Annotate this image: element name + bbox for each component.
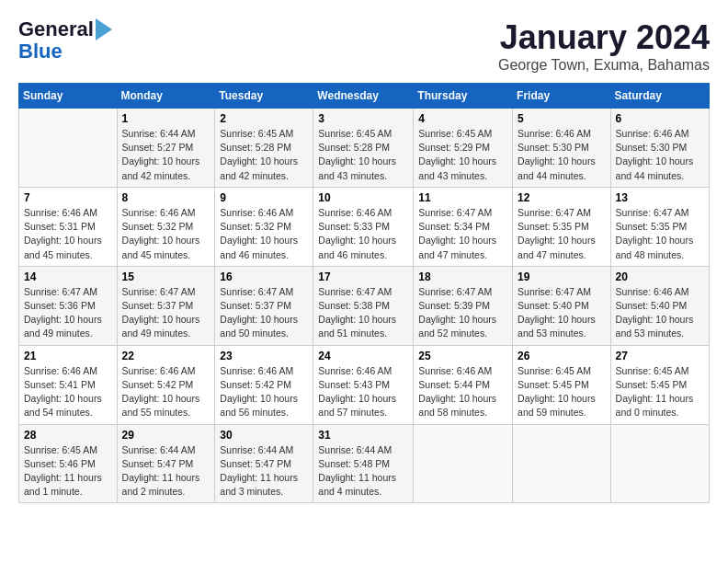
calendar-cell: 20Sunrise: 6:46 AMSunset: 5:40 PMDayligh… <box>610 266 709 345</box>
calendar-cell: 18Sunrise: 6:47 AMSunset: 5:39 PMDayligh… <box>414 266 513 345</box>
location: George Town, Exuma, Bahamas <box>498 57 710 74</box>
page-header: General Blue January 2024 George Town, E… <box>18 18 710 74</box>
calendar-cell: 8Sunrise: 6:46 AMSunset: 5:32 PMDaylight… <box>117 187 215 266</box>
day-info: Sunrise: 6:46 AMSunset: 5:31 PMDaylight:… <box>24 206 112 262</box>
calendar-cell: 21Sunrise: 6:46 AMSunset: 5:41 PMDayligh… <box>19 345 118 424</box>
month-title: January 2024 <box>498 18 710 57</box>
day-info: Sunrise: 6:44 AMSunset: 5:48 PMDaylight:… <box>318 443 408 500</box>
calendar-week-row: 1Sunrise: 6:44 AMSunset: 5:27 PMDaylight… <box>19 109 710 188</box>
day-number: 11 <box>418 191 507 204</box>
day-number: 16 <box>220 270 308 283</box>
day-info: Sunrise: 6:47 AMSunset: 5:37 PMDaylight:… <box>220 285 308 341</box>
day-of-week-header: Friday <box>513 84 611 109</box>
day-info: Sunrise: 6:46 AMSunset: 5:41 PMDaylight:… <box>24 364 112 420</box>
logo: General Blue <box>18 18 112 63</box>
day-number: 31 <box>318 429 408 442</box>
day-number: 4 <box>418 112 507 125</box>
calendar-cell: 30Sunrise: 6:44 AMSunset: 5:47 PMDayligh… <box>215 424 313 503</box>
day-of-week-header: Saturday <box>610 84 709 109</box>
day-info: Sunrise: 6:44 AMSunset: 5:47 PMDaylight:… <box>220 443 308 500</box>
day-info: Sunrise: 6:46 AMSunset: 5:42 PMDaylight:… <box>220 364 308 420</box>
day-number: 25 <box>418 350 507 362</box>
calendar-week-row: 28Sunrise: 6:45 AMSunset: 5:46 PMDayligh… <box>19 424 710 503</box>
day-number: 5 <box>518 112 606 125</box>
calendar-cell: 19Sunrise: 6:47 AMSunset: 5:40 PMDayligh… <box>513 266 611 345</box>
calendar-cell: 1Sunrise: 6:44 AMSunset: 5:27 PMDaylight… <box>117 109 215 188</box>
calendar-cell: 9Sunrise: 6:46 AMSunset: 5:32 PMDaylight… <box>215 187 313 266</box>
day-info: Sunrise: 6:44 AMSunset: 5:27 PMDaylight:… <box>122 127 210 183</box>
day-number: 8 <box>122 191 210 204</box>
day-info: Sunrise: 6:45 AMSunset: 5:46 PMDaylight:… <box>24 443 112 500</box>
calendar-cell: 24Sunrise: 6:46 AMSunset: 5:43 PMDayligh… <box>313 345 414 424</box>
day-number: 22 <box>122 350 210 362</box>
day-info: Sunrise: 6:47 AMSunset: 5:37 PMDaylight:… <box>122 285 210 341</box>
day-number: 14 <box>24 270 112 283</box>
day-number: 7 <box>24 191 112 204</box>
day-number: 3 <box>318 112 408 125</box>
day-number: 24 <box>318 350 408 362</box>
day-info: Sunrise: 6:46 AMSunset: 5:44 PMDaylight:… <box>418 364 507 420</box>
day-number: 2 <box>220 112 308 125</box>
logo-general: General <box>18 18 94 40</box>
calendar-cell: 22Sunrise: 6:46 AMSunset: 5:42 PMDayligh… <box>117 345 215 424</box>
day-info: Sunrise: 6:46 AMSunset: 5:30 PMDaylight:… <box>518 127 606 183</box>
calendar-cell: 17Sunrise: 6:47 AMSunset: 5:38 PMDayligh… <box>313 266 414 345</box>
day-number: 30 <box>220 429 308 442</box>
calendar-week-row: 21Sunrise: 6:46 AMSunset: 5:41 PMDayligh… <box>19 345 710 424</box>
day-of-week-header: Tuesday <box>215 84 313 109</box>
calendar-table: SundayMondayTuesdayWednesdayThursdayFrid… <box>18 83 710 503</box>
calendar-week-row: 7Sunrise: 6:46 AMSunset: 5:31 PMDaylight… <box>19 187 710 266</box>
calendar-header-row: SundayMondayTuesdayWednesdayThursdayFrid… <box>19 84 710 109</box>
day-info: Sunrise: 6:46 AMSunset: 5:40 PMDaylight:… <box>616 285 704 341</box>
day-info: Sunrise: 6:45 AMSunset: 5:45 PMDaylight:… <box>518 364 606 420</box>
logo-arrow-icon <box>96 18 112 40</box>
calendar-cell: 29Sunrise: 6:44 AMSunset: 5:47 PMDayligh… <box>117 424 215 503</box>
calendar-cell: 6Sunrise: 6:46 AMSunset: 5:30 PMDaylight… <box>610 109 709 188</box>
day-number: 10 <box>318 191 408 204</box>
calendar-cell: 15Sunrise: 6:47 AMSunset: 5:37 PMDayligh… <box>117 266 215 345</box>
calendar-cell <box>610 424 709 503</box>
calendar-cell <box>19 109 118 188</box>
calendar-cell: 27Sunrise: 6:45 AMSunset: 5:45 PMDayligh… <box>610 345 709 424</box>
day-info: Sunrise: 6:45 AMSunset: 5:28 PMDaylight:… <box>220 127 308 183</box>
day-info: Sunrise: 6:47 AMSunset: 5:39 PMDaylight:… <box>418 285 507 341</box>
calendar-cell: 3Sunrise: 6:45 AMSunset: 5:28 PMDaylight… <box>313 109 414 188</box>
calendar-cell: 10Sunrise: 6:46 AMSunset: 5:33 PMDayligh… <box>313 187 414 266</box>
day-info: Sunrise: 6:46 AMSunset: 5:30 PMDaylight:… <box>616 127 704 183</box>
day-of-week-header: Wednesday <box>313 84 414 109</box>
day-info: Sunrise: 6:47 AMSunset: 5:36 PMDaylight:… <box>24 285 112 341</box>
day-number: 1 <box>122 112 210 125</box>
calendar-week-row: 14Sunrise: 6:47 AMSunset: 5:36 PMDayligh… <box>19 266 710 345</box>
day-number: 28 <box>24 429 112 442</box>
day-info: Sunrise: 6:44 AMSunset: 5:47 PMDaylight:… <box>122 443 210 500</box>
day-number: 29 <box>122 429 210 442</box>
day-info: Sunrise: 6:46 AMSunset: 5:43 PMDaylight:… <box>318 364 408 420</box>
calendar-cell: 23Sunrise: 6:46 AMSunset: 5:42 PMDayligh… <box>215 345 313 424</box>
calendar-cell <box>414 424 513 503</box>
calendar-cell: 14Sunrise: 6:47 AMSunset: 5:36 PMDayligh… <box>19 266 118 345</box>
calendar-cell: 5Sunrise: 6:46 AMSunset: 5:30 PMDaylight… <box>513 109 611 188</box>
title-block: January 2024 George Town, Exuma, Bahamas <box>498 18 710 74</box>
calendar-cell: 26Sunrise: 6:45 AMSunset: 5:45 PMDayligh… <box>513 345 611 424</box>
day-number: 26 <box>518 350 606 362</box>
calendar-cell: 4Sunrise: 6:45 AMSunset: 5:29 PMDaylight… <box>414 109 513 188</box>
day-number: 21 <box>24 350 112 362</box>
day-number: 19 <box>518 270 606 283</box>
day-info: Sunrise: 6:45 AMSunset: 5:45 PMDaylight:… <box>616 364 704 420</box>
day-info: Sunrise: 6:45 AMSunset: 5:29 PMDaylight:… <box>418 127 507 183</box>
calendar-cell <box>513 424 611 503</box>
day-number: 23 <box>220 350 308 362</box>
day-info: Sunrise: 6:46 AMSunset: 5:32 PMDaylight:… <box>220 206 308 262</box>
day-info: Sunrise: 6:45 AMSunset: 5:28 PMDaylight:… <box>318 127 408 183</box>
calendar-cell: 7Sunrise: 6:46 AMSunset: 5:31 PMDaylight… <box>19 187 118 266</box>
day-number: 20 <box>616 270 704 283</box>
day-number: 9 <box>220 191 308 204</box>
calendar-cell: 28Sunrise: 6:45 AMSunset: 5:46 PMDayligh… <box>19 424 118 503</box>
day-number: 15 <box>122 270 210 283</box>
day-number: 13 <box>616 191 704 204</box>
day-number: 6 <box>616 112 704 125</box>
day-of-week-header: Sunday <box>19 84 118 109</box>
day-info: Sunrise: 6:46 AMSunset: 5:42 PMDaylight:… <box>122 364 210 420</box>
calendar-cell: 13Sunrise: 6:47 AMSunset: 5:35 PMDayligh… <box>610 187 709 266</box>
day-info: Sunrise: 6:47 AMSunset: 5:34 PMDaylight:… <box>418 206 507 262</box>
